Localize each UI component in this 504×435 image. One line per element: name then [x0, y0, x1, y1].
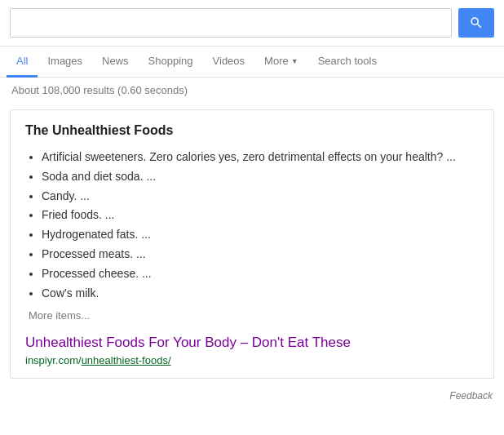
search-button[interactable]	[458, 8, 494, 38]
search-header: unhealthiest foods	[0, 0, 504, 47]
list-item: Processed cheese. ...	[42, 264, 479, 284]
tab-all[interactable]: All	[7, 47, 38, 78]
card-items-list: Artificial sweeteners. Zero calories yes…	[25, 148, 479, 303]
list-item: Processed meats. ...	[42, 245, 479, 264]
result-card: The Unhealthiest Foods Artificial sweete…	[10, 109, 494, 379]
tab-search-tools[interactable]: Search tools	[308, 47, 387, 78]
feedback-link[interactable]: Feedback	[449, 390, 493, 402]
more-items-link[interactable]: More items...	[29, 309, 479, 322]
result-url: inspiyr.com/unhealthiest-foods/	[25, 354, 479, 366]
tab-shopping[interactable]: Shopping	[139, 47, 203, 78]
result-link-title[interactable]: Unhealthiest Foods For Your Body – Don't…	[25, 333, 479, 353]
list-item: Hydrogenated fats. ...	[42, 225, 479, 245]
list-item: Artificial sweeteners. Zero calories yes…	[42, 148, 479, 167]
nav-tabs: All Images News Shopping Videos More ▼ S…	[0, 47, 504, 78]
tab-images[interactable]: Images	[38, 47, 92, 78]
list-item: Soda and diet soda. ...	[42, 167, 479, 187]
search-input[interactable]: unhealthiest foods	[11, 12, 451, 33]
search-input-wrapper: unhealthiest foods	[10, 8, 452, 38]
tab-more[interactable]: More ▼	[254, 47, 308, 78]
list-item: Candy. ...	[42, 187, 479, 206]
list-item: Cow's milk.	[42, 284, 479, 304]
feedback-row: Feedback	[0, 385, 504, 410]
tab-videos[interactable]: Videos	[203, 47, 255, 78]
search-icon	[469, 16, 484, 30]
results-info: About 108,000 results (0.60 seconds)	[0, 78, 504, 103]
card-title: The Unhealthiest Foods	[25, 123, 479, 138]
tab-news[interactable]: News	[92, 47, 139, 78]
more-dropdown-arrow: ▼	[291, 57, 298, 65]
list-item: Fried foods. ...	[42, 206, 479, 225]
